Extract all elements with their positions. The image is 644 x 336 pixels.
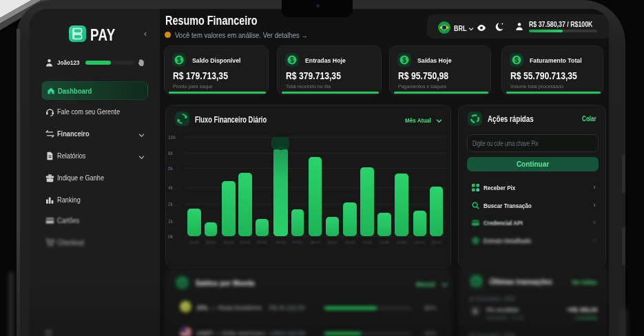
svg-text:$: $ bbox=[177, 56, 181, 64]
svg-text:$: $ bbox=[290, 56, 294, 64]
svg-text:$: $ bbox=[402, 56, 406, 64]
svg-text:$: $ bbox=[515, 56, 519, 64]
